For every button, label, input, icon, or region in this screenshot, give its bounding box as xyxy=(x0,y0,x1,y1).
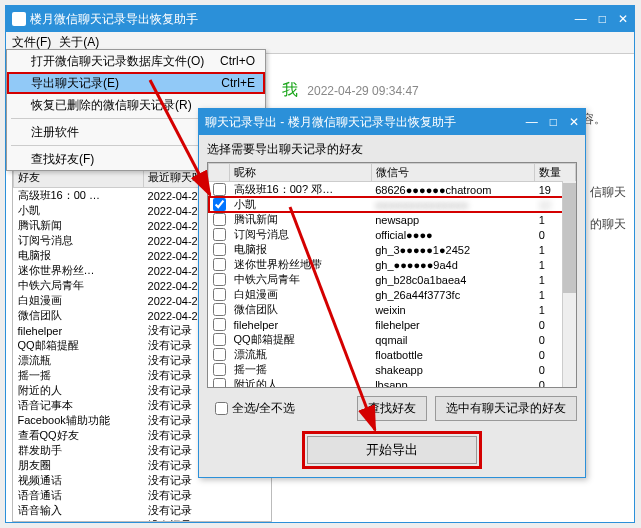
list-item[interactable]: QQ邮箱提醒qqmail0 xyxy=(209,332,576,347)
friends-list: 昵称 微信号 数量 高级班16：00? 邓…68626●●●●●●chatroo… xyxy=(207,162,577,388)
list-item[interactable]: 订阅号消息official●●●●0 xyxy=(209,227,576,242)
app-title: 楼月微信聊天记录导出恢复助手 xyxy=(30,11,198,28)
list-item[interactable]: filehelperfilehelper0 xyxy=(209,317,576,332)
chat-fragment-2: 的聊天 xyxy=(590,216,626,233)
export-dialog: 聊天记录导出 - 楼月微信聊天记录导出恢复助手 — □ ✕ 选择需要导出聊天记录… xyxy=(198,108,586,478)
dialog-close-icon[interactable]: ✕ xyxy=(569,115,579,129)
start-export-button[interactable]: 开始导出 xyxy=(307,436,477,464)
list-item[interactable]: 腾讯新闻newsapp1 xyxy=(209,212,576,227)
find-friend-button[interactable]: 查找好友 xyxy=(357,396,427,421)
minimize-icon[interactable]: — xyxy=(575,12,587,26)
dialog-hint: 选择需要导出聊天记录的好友 xyxy=(207,141,577,158)
list-item[interactable]: 摇一摇shakeapp0 xyxy=(209,362,576,377)
chat-timestamp: 2022-04-29 09:34:47 xyxy=(307,84,418,98)
dialog-minimize-icon[interactable]: — xyxy=(526,115,538,129)
chat-fragment-1: 信聊天 xyxy=(590,184,626,201)
select-all-checkbox[interactable]: 全选/全不选 xyxy=(215,400,295,417)
dialog-maximize-icon[interactable]: □ xyxy=(550,115,557,129)
list-item[interactable]: 迷你世界粉丝地带gh_●●●●●●9a4d1 xyxy=(209,257,576,272)
list-item[interactable]: 微信团队weixin1 xyxy=(209,302,576,317)
col-nick[interactable]: 昵称 xyxy=(230,164,372,182)
me-label: 我 xyxy=(282,81,298,98)
dialog-title: 聊天记录导出 - 楼月微信聊天记录导出恢复助手 xyxy=(205,114,456,131)
main-titlebar: 楼月微信聊天记录导出恢复助手 — □ ✕ xyxy=(6,6,634,32)
menu-open-db[interactable]: 打开微信聊天记录数据库文件(O) Ctrl+O xyxy=(7,50,265,72)
list-scrollbar[interactable] xyxy=(562,181,576,387)
table-row[interactable]: 语音通话没有记录 xyxy=(14,488,271,503)
select-has-record-button[interactable]: 选中有聊天记录的好友 xyxy=(435,396,577,421)
list-item[interactable]: 高级班16：00? 邓…68626●●●●●●chatroom19 xyxy=(209,182,576,198)
list-item[interactable]: 小凯●●●●●●●●●●●●●●12 xyxy=(209,197,576,212)
list-item[interactable]: 漂流瓶floatbottle0 xyxy=(209,347,576,362)
table-row[interactable]: 语音输入没有记录 xyxy=(14,503,271,518)
list-item[interactable]: 电脑报gh_3●●●●●1●24521 xyxy=(209,242,576,257)
list-item[interactable]: 附近的人lbsapp0 xyxy=(209,377,576,388)
table-row[interactable]: LinkedIn没有记录 xyxy=(14,518,271,522)
col-count[interactable]: 数量 xyxy=(535,164,576,182)
list-item[interactable]: 白姐漫画gh_26a44f3773fc1 xyxy=(209,287,576,302)
list-item[interactable]: 中铁六局青年gh_b28c0a1baea41 xyxy=(209,272,576,287)
close-icon[interactable]: ✕ xyxy=(618,12,628,26)
menu-export[interactable]: 导出聊天记录(E) Ctrl+E xyxy=(7,72,265,94)
maximize-icon[interactable]: □ xyxy=(599,12,606,26)
col-wechat[interactable]: 微信号 xyxy=(371,164,535,182)
app-icon xyxy=(12,12,26,26)
